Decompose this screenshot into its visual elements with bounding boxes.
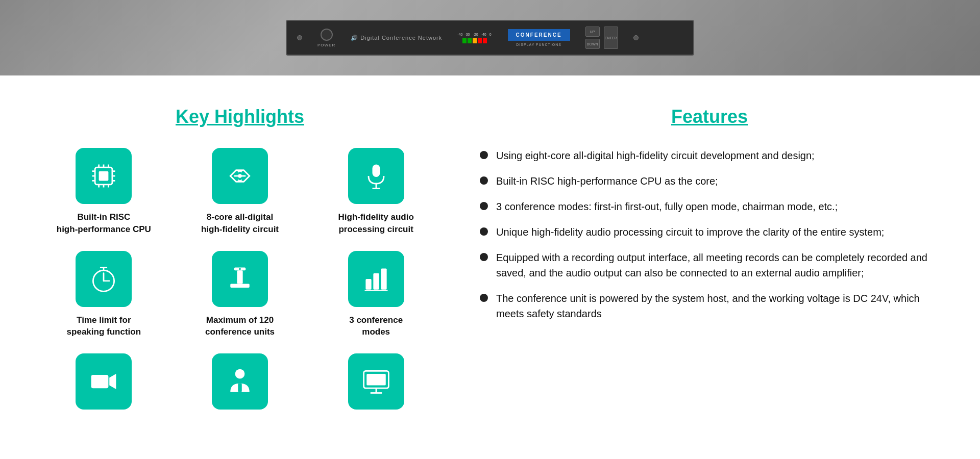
feature-text-6: The conference unit is powered by the sy… [496,291,939,321]
bullet-dot-1 [480,151,488,159]
highlight-item-timer: Time limit forspeaking function [41,251,167,339]
panel-power: POWER [317,29,335,47]
bullet-dot-3 [480,202,488,210]
person-icon [225,366,255,397]
svg-rect-26 [230,284,250,288]
svg-rect-29 [373,273,379,289]
svg-point-15 [238,174,242,178]
barchart-icon [361,264,391,294]
bullet-dot-2 [480,176,488,185]
svg-rect-1 [99,171,109,181]
audio-icon-box [348,148,404,204]
power-label: POWER [317,43,335,47]
display-functions-label: DISPLAY FUNCTIONS [516,43,561,46]
feature-item-3: 3 conference modes: first-in first-out, … [480,199,939,214]
units-label: Maximum of 120conference units [205,314,275,339]
panel-meter: -40-30-20-400 [457,33,492,36]
feature-text-4: Unique high-fidelity audio processing ci… [496,224,884,240]
circuit-icon [225,161,255,191]
main-content: Key Highlights [0,75,980,437]
panel-display: CONFERENCE [508,29,570,41]
circuit-icon-box [212,148,268,204]
svg-rect-32 [91,375,109,388]
features-title: Features [480,106,939,128]
highlight-item-modes: 3 conferencemodes [313,251,439,339]
panel-dot-right [633,35,639,40]
bullet-dot-4 [480,227,488,236]
svg-rect-30 [381,268,386,289]
svg-rect-25 [237,270,242,284]
highlight-item-person [177,353,303,417]
cpu-label: Built-in RISChigh-performance CPU [57,211,151,236]
modes-label: 3 conferencemodes [349,314,403,339]
monitor-icon-box [348,353,404,410]
cpu-icon-box [76,148,132,204]
device-image-area: POWER 🔊 Digital Conference Network -40-3… [0,0,980,75]
bullet-dot-6 [480,294,488,302]
power-button-visual [321,29,333,41]
svg-rect-28 [365,279,371,290]
feature-text-1: Using eight-core all-digital high-fideli… [496,148,815,163]
timer-label: Time limit forspeaking function [67,314,141,339]
highlights-title: Key Highlights [41,106,439,128]
device-panel: POWER 🔊 Digital Conference Network -40-3… [286,20,694,56]
feature-item-2: Built-in RISC high-performance CPU as th… [480,173,939,189]
highlight-item-audio: High-fidelity audioprocessing circuit [313,148,439,236]
svg-marker-33 [110,374,116,389]
svg-rect-39 [366,374,386,386]
person-icon-box [212,353,268,410]
svg-point-34 [235,369,245,379]
highlights-grid: Built-in RISChigh-performance CPU 8-core… [41,148,439,417]
highlight-item-video [41,353,167,417]
feature-item-6: The conference unit is powered by the sy… [480,291,939,321]
highlights-section: Key Highlights [41,106,439,417]
highlight-item-units: Maximum of 120conference units [177,251,303,339]
timer-icon-box [76,251,132,307]
svg-rect-16 [372,165,380,177]
nav-down-btn[interactable]: DOWN [585,39,600,49]
monitor-icon [361,366,391,397]
feature-item-5: Equipped with a recording output interfa… [480,250,939,280]
video-icon-box [76,353,132,410]
highlight-item-circuit: 8-core all-digitalhigh-fidelity circuit [177,148,303,236]
units-icon-box [212,251,268,307]
cpu-icon [88,161,119,191]
nav-enter-btn[interactable]: ENTER [604,27,618,49]
feature-text-5: Equipped with a recording output interfa… [496,250,939,280]
panel-logo: 🔊 Digital Conference Network [351,35,442,41]
audio-label: High-fidelity audioprocessing circuit [338,211,414,236]
highlight-item-monitor [313,353,439,417]
nav-up-btn[interactable]: UP [585,27,600,37]
features-section: Features Using eight-core all-digital hi… [480,106,939,417]
podium-icon [225,264,255,294]
svg-point-27 [239,268,241,270]
modes-icon-box [348,251,404,307]
panel-dot-left [297,35,302,40]
svg-rect-35 [238,384,242,392]
video-icon [88,366,119,397]
feature-item-4: Unique high-fidelity audio processing ci… [480,224,939,240]
microphone-icon [361,161,391,191]
bullet-dot-5 [480,253,488,261]
features-list: Using eight-core all-digital high-fideli… [480,148,939,321]
timer-icon [88,264,119,294]
circuit-label: 8-core all-digitalhigh-fidelity circuit [201,211,279,236]
highlight-item-cpu: Built-in RISChigh-performance CPU [41,148,167,236]
feature-text-2: Built-in RISC high-performance CPU as th… [496,173,718,189]
panel-nav-buttons: UP DOWN ENTER [585,27,618,49]
feature-text-3: 3 conference modes: first-in first-out, … [496,199,838,214]
feature-item-1: Using eight-core all-digital high-fideli… [480,148,939,163]
